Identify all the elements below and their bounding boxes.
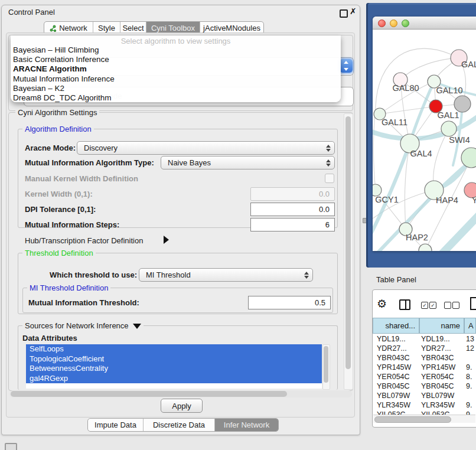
apply-button[interactable]: Apply xyxy=(161,399,203,413)
mi-threshold-field[interactable]: 0.5 xyxy=(248,296,331,309)
mi-threshold-group-title: MI Threshold Definition xyxy=(27,283,110,292)
attribute-item[interactable]: gal4RGexp xyxy=(26,374,322,384)
network-window-titlebar[interactable] xyxy=(373,17,476,30)
settings-scrollbar-thumb[interactable] xyxy=(345,116,351,369)
settings-scrollbar xyxy=(344,113,353,390)
dropdown-item[interactable]: Bayesian – K2 xyxy=(11,84,341,93)
node-label: GAL4 xyxy=(410,149,432,158)
aracne-mode-label: Aracne Mode: xyxy=(25,144,76,152)
dpi-tolerance-label: DPI Tolerance [0,1]: xyxy=(25,205,96,214)
network-node-gray[interactable] xyxy=(454,96,471,112)
tab-network-label: Network xyxy=(59,24,87,32)
table-row[interactable]: YBR045C xyxy=(377,382,410,390)
close-traffic-light-icon[interactable] xyxy=(378,19,386,27)
attribute-item[interactable]: SelfLoops xyxy=(26,344,322,354)
hub-definition-label[interactable]: Hub/Transcription Factor Definition xyxy=(25,236,143,245)
table-row[interactable]: YPR145W xyxy=(377,363,411,371)
data-attributes-list: SelfLoops TopologicalCoefficient Between… xyxy=(26,344,322,389)
which-threshold-combo[interactable]: MI Threshold xyxy=(139,268,313,282)
tab-impute-data[interactable]: Impute Data xyxy=(88,419,144,431)
dropdown-item[interactable]: Dream8 DC_TDC Algorithm xyxy=(11,93,341,103)
stepper-icon xyxy=(326,159,330,167)
aracne-mode-combo[interactable]: Discovery xyxy=(77,141,335,155)
network-node-swi4[interactable] xyxy=(441,121,457,136)
gear-icon[interactable]: ⚙ xyxy=(377,297,387,311)
stepper-icon xyxy=(326,145,330,152)
network-canvas[interactable]: GAL GAL80 GAL10 GAL1 GAL11 SWI4 GAL4 GCY… xyxy=(373,30,476,251)
mi-type-combo[interactable]: Naive Bayes xyxy=(161,156,335,169)
network-node[interactable] xyxy=(419,244,432,251)
table-row[interactable]: YDL19... xyxy=(377,335,406,343)
attribute-item[interactable]: BetweennessCentrality xyxy=(26,364,322,374)
screen: Control Panel ✗ Network Style Select Cyn… xyxy=(0,0,476,450)
column-header-shared[interactable]: shared... xyxy=(373,318,419,334)
select-all-check-icon[interactable]: ✓ xyxy=(429,302,436,309)
column-header-partial[interactable]: A xyxy=(464,318,476,334)
dropdown-item-selected[interactable]: ARACNE Algorithm xyxy=(11,64,341,74)
data-attributes-label: Data Attributes xyxy=(22,334,77,343)
table-row[interactable]: YDR27... xyxy=(377,344,407,353)
float-window-icon[interactable] xyxy=(340,9,348,18)
dropdown-item[interactable]: Mutual Information Inference xyxy=(11,74,341,84)
table-body: YDL19... YDL19... 13 YDR27... YDR27... 1… xyxy=(373,334,475,417)
dropdown-item[interactable]: Basic Correlation Inference xyxy=(11,55,341,64)
node-label: GAL10 xyxy=(436,86,462,95)
export-table-icon[interactable] xyxy=(470,297,476,310)
list-scrollbar xyxy=(322,344,330,390)
deselect-all-icon[interactable] xyxy=(452,302,459,309)
mi-type-label: Mutual Information Algorithm Type: xyxy=(25,158,154,167)
dropdown-item[interactable]: Bayesian – Hill Climbing xyxy=(11,45,341,55)
mi-steps-field[interactable]: 6 xyxy=(250,218,335,231)
node-label: SWI4 xyxy=(449,135,470,145)
node-label: GAL80 xyxy=(392,83,419,93)
node-label: GCY1 xyxy=(375,195,399,204)
table-row[interactable]: YBL079W xyxy=(377,392,410,400)
stepper-icon xyxy=(304,272,308,279)
node-label: GAL1 xyxy=(437,110,459,120)
which-threshold-label: Which threshold to use: xyxy=(50,270,137,279)
table-hscrollbar xyxy=(373,415,475,423)
kernel-width-label: Kernel Width (0,1): xyxy=(25,190,93,198)
close-icon[interactable]: ✗ xyxy=(350,6,357,16)
mi-steps-label: Mutual Information Steps: xyxy=(25,220,119,229)
minimize-traffic-light-icon[interactable] xyxy=(390,19,397,27)
settings-hscrollbar-thumb[interactable] xyxy=(11,391,287,397)
minimized-panel-icon[interactable] xyxy=(5,443,17,450)
threshold-definition-title: Threshold Definition xyxy=(22,249,96,257)
node-label: Y xyxy=(472,195,476,205)
algorithm-combo-stepper[interactable] xyxy=(340,59,353,73)
table-row[interactable]: YBR043C xyxy=(377,354,410,362)
algorithm-dropdown: Select algorithm to view settings Bayesi… xyxy=(11,35,341,102)
kernel-width-field[interactable]: 0.0 xyxy=(250,187,335,201)
cyni-algorithm-settings-title: Cyni Algorithm Settings xyxy=(15,108,99,117)
expand-right-icon[interactable] xyxy=(164,236,169,244)
table-hscrollbar-thumb[interactable] xyxy=(374,416,451,423)
manual-kernel-checkbox[interactable] xyxy=(325,174,334,183)
collapse-down-icon[interactable] xyxy=(133,324,141,329)
bottom-tabbar: Impute Data Discretize Data Infer Networ… xyxy=(87,418,279,432)
node-label: GAL xyxy=(461,60,476,69)
dropdown-placeholder: Select algorithm to view settings xyxy=(11,35,341,45)
mi-threshold-label: Mutual Information Threshold: xyxy=(28,298,139,307)
table-row[interactable]: YLR345W xyxy=(377,401,410,409)
select-all-check-icon[interactable]: ✓ xyxy=(421,302,428,309)
network-node-gcy1[interactable] xyxy=(373,184,382,196)
tab-infer-network[interactable]: Infer Network xyxy=(215,419,278,431)
table-panel-title: Table Panel xyxy=(376,275,416,284)
node-label: HAP2 xyxy=(406,233,428,242)
node-label: GAL11 xyxy=(382,118,407,127)
sources-group-title: Sources for Network Inference xyxy=(22,321,144,330)
zoom-traffic-light-icon[interactable] xyxy=(402,19,409,27)
network-node[interactable] xyxy=(461,148,476,168)
tab-discretize-data[interactable]: Discretize Data xyxy=(144,419,215,431)
manual-kernel-label: Manual Kernel Width Definition xyxy=(25,174,138,183)
network-node-labels: GAL GAL80 GAL10 GAL1 GAL11 SWI4 GAL4 GCY… xyxy=(375,60,476,242)
columns-icon[interactable] xyxy=(399,299,410,310)
deselect-all-icon[interactable] xyxy=(444,302,451,309)
table-row[interactable]: YER054C xyxy=(377,373,410,381)
attribute-item[interactable]: TopologicalCoefficient xyxy=(26,354,322,364)
list-scrollbar-thumb[interactable] xyxy=(324,346,328,383)
column-header-name[interactable]: name xyxy=(419,318,464,334)
dpi-tolerance-field[interactable]: 0.0 xyxy=(250,203,335,216)
network-icon xyxy=(50,25,57,32)
